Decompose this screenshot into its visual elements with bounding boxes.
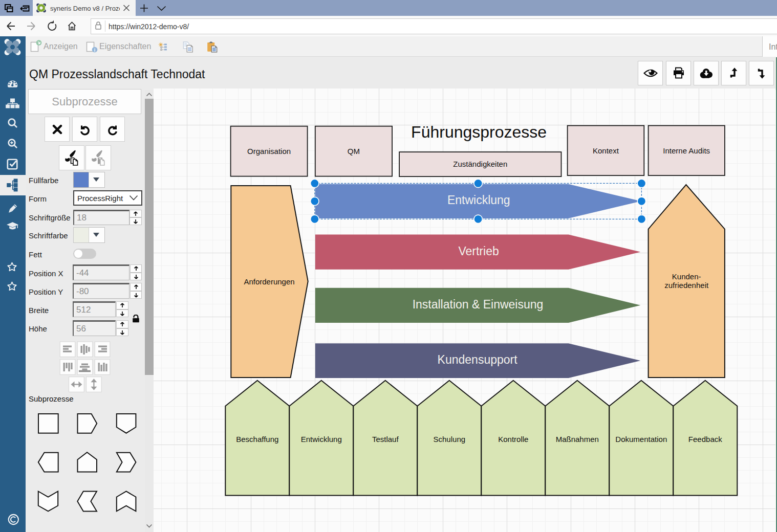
svg-text:Interne Audits: Interne Audits <box>663 146 710 155</box>
svg-text:Maßnahmen: Maßnahmen <box>556 435 599 444</box>
svg-text:Vertrieb: Vertrieb <box>458 245 499 258</box>
svg-text:Installation & Einweisung: Installation & Einweisung <box>413 298 544 311</box>
svg-text:Dokumentation: Dokumentation <box>615 435 667 444</box>
svg-text:Kontext: Kontext <box>593 146 619 155</box>
svg-text:Kontrolle: Kontrolle <box>498 435 528 444</box>
svg-text:Zuständigkeiten: Zuständigkeiten <box>453 160 507 168</box>
svg-text:Kundensupport: Kundensupport <box>438 353 518 366</box>
svg-text:Kunden-: Kunden- <box>672 272 701 281</box>
svg-text:zufriedenheit: zufriedenheit <box>664 281 709 290</box>
svg-text:Feedback: Feedback <box>688 435 722 444</box>
svg-text:QM: QM <box>348 147 360 156</box>
svg-text:Entwicklung: Entwicklung <box>447 193 510 207</box>
svg-text:Organisation: Organisation <box>247 147 291 156</box>
svg-text:Führungsprozesse: Führungsprozesse <box>411 123 547 141</box>
svg-text:Anforderungen: Anforderungen <box>244 277 294 286</box>
svg-text:Schulung: Schulung <box>434 435 466 444</box>
svg-text:i: i <box>94 48 96 53</box>
svg-text:Testlauf: Testlauf <box>372 435 399 444</box>
svg-text:Entwicklung: Entwicklung <box>301 435 342 444</box>
svg-text:Beschaffung: Beschaffung <box>236 435 278 444</box>
